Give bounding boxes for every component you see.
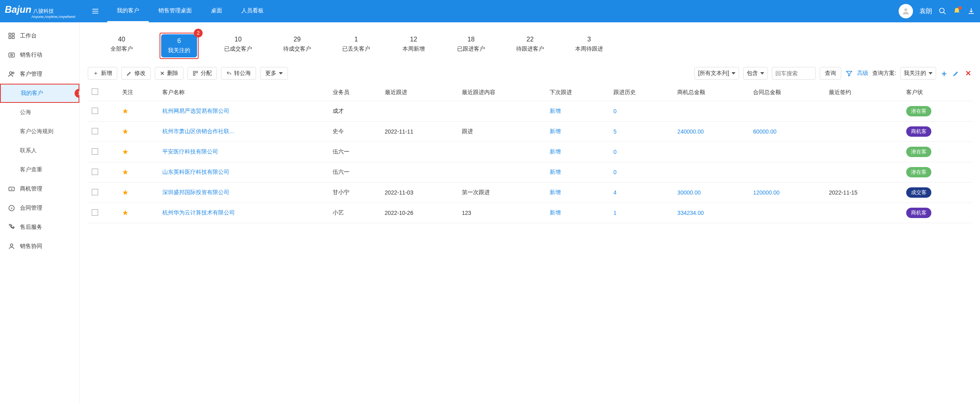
advanced-link[interactable]: 高级 (857, 70, 868, 77)
next-follow-link[interactable]: 新增 (550, 209, 561, 216)
star-icon[interactable]: ★ (122, 148, 128, 156)
star-icon[interactable]: ★ (122, 189, 128, 197)
stat-card[interactable]: 12本周新增 (396, 33, 432, 59)
avatar[interactable] (899, 4, 913, 18)
row-checkbox[interactable] (92, 148, 98, 155)
contract-amount[interactable]: 60000.00 (753, 128, 776, 135)
next-follow-link[interactable]: 新增 (550, 128, 561, 134)
stat-card[interactable]: 6我关注的 (161, 34, 197, 57)
next-follow-link[interactable]: 新增 (550, 169, 561, 175)
star-icon[interactable]: ★ (122, 107, 128, 115)
star-icon[interactable]: ★ (122, 209, 128, 217)
hamburger-icon[interactable] (91, 7, 99, 15)
opp-amount[interactable]: 30000.00 (677, 189, 700, 196)
stat-card[interactable]: 3本周待跟进 (570, 33, 609, 59)
top-tab[interactable]: 销售管理桌面 (149, 0, 201, 22)
sidebar-item[interactable]: 工作台 (0, 26, 79, 45)
column-header[interactable]: 业务员 (329, 84, 381, 101)
opp-amount[interactable]: 334234.00 (677, 210, 704, 216)
sidebar-item[interactable]: 客户管理 (0, 65, 79, 84)
top-tab[interactable]: 桌面 (201, 0, 232, 22)
customer-name-link[interactable]: 山东英科医疗科技有限公司 (162, 169, 229, 175)
column-header[interactable]: 客户名称 (158, 84, 328, 101)
stat-card[interactable]: 40全部客户 (104, 33, 140, 59)
svg-rect-9 (12, 37, 14, 39)
search-icon[interactable] (939, 7, 946, 15)
opp-amount[interactable]: 240000.00 (677, 128, 704, 135)
sidebar-sub-item[interactable]: 客户查重 (0, 160, 79, 179)
column-header[interactable]: 最近跟进内容 (458, 84, 546, 101)
logo-subtext: 八骏科技 (33, 8, 76, 15)
column-header[interactable]: 跟进历史 (609, 84, 673, 101)
star-icon[interactable]: ★ (122, 168, 128, 176)
plan-select[interactable]: 我关注的 (900, 67, 936, 80)
select-all-checkbox[interactable] (92, 88, 98, 95)
add-plan-icon[interactable]: ＋ (940, 69, 948, 77)
stat-card[interactable]: 29待成交客户 (278, 33, 317, 59)
customer-name-link[interactable]: 平安医疗科技有限公司 (162, 148, 218, 155)
column-header[interactable]: 关注 (118, 84, 158, 101)
username[interactable]: 袁朗 (919, 7, 932, 16)
filter-icon[interactable] (845, 69, 853, 77)
star-icon[interactable]: ★ (122, 128, 128, 136)
query-button[interactable]: 查询 (820, 67, 841, 80)
logo[interactable]: Bajun 八骏科技 Anyone,Anytime,Anywhere! (5, 4, 75, 19)
contract-amount[interactable]: 120000.00 (753, 189, 779, 196)
edit-plan-icon[interactable] (952, 69, 960, 77)
download-icon[interactable] (967, 7, 975, 15)
column-header[interactable]: 商机总金额 (673, 84, 749, 101)
customer-name-link[interactable]: 杭州华为云计算技术有限公司 (162, 209, 235, 216)
sidebar-sub-item[interactable]: 我的客户 (0, 84, 79, 103)
top-tab[interactable]: 人员看板 (232, 0, 273, 22)
customer-name-link[interactable]: 杭州市萧山区供销合作社联... (162, 128, 234, 134)
assign-button[interactable]: 分配 (187, 67, 217, 80)
history-count-link[interactable]: 5 (613, 128, 617, 135)
more-button[interactable]: 更多 (260, 67, 288, 80)
stat-card[interactable]: 18已跟进客户 (452, 33, 491, 59)
customer-name-link[interactable]: 杭州网易严选贸易有限公司 (162, 108, 229, 114)
history-count-link[interactable]: 0 (613, 108, 617, 114)
row-checkbox[interactable] (92, 209, 98, 216)
next-follow-link[interactable]: 新增 (550, 148, 561, 155)
top-tab[interactable]: 我的客户 (107, 0, 149, 22)
svg-point-11 (11, 54, 13, 56)
next-follow-link[interactable]: 新增 (550, 189, 561, 195)
sidebar-item[interactable]: 销售协同 (0, 237, 79, 256)
row-checkbox[interactable] (92, 169, 98, 175)
sidebar-item[interactable]: 售后服务 (0, 218, 79, 237)
sidebar-sub-item[interactable]: 联系人 (0, 141, 79, 160)
edit-button[interactable]: 修改 (121, 67, 151, 80)
sidebar-item[interactable]: ¥商机管理 (0, 179, 79, 199)
row-checkbox[interactable] (92, 108, 98, 114)
stat-card[interactable]: 1已丢失客户 (337, 33, 376, 59)
svg-point-12 (10, 72, 12, 74)
row-checkbox[interactable] (92, 128, 98, 134)
history-count-link[interactable]: 0 (613, 169, 617, 175)
bell-icon[interactable] (953, 7, 961, 15)
search-input[interactable] (772, 67, 816, 80)
column-header[interactable]: 最近签约 (825, 84, 902, 101)
delete-button[interactable]: ✕删除 (155, 67, 183, 80)
stat-card[interactable]: 22待跟进客户 (511, 33, 550, 59)
row-checkbox[interactable] (92, 189, 98, 195)
to-sea-button[interactable]: 转公海 (221, 67, 256, 80)
column-header[interactable]: 客户状 (902, 84, 972, 101)
sidebar-item[interactable]: 销售行动 (0, 45, 79, 65)
add-button[interactable]: ＋新增 (88, 67, 117, 80)
stat-card[interactable]: 10已成交客户 (219, 33, 258, 59)
history-count-link[interactable]: 4 (613, 189, 617, 196)
delete-plan-icon[interactable]: ✕ (964, 69, 972, 77)
sidebar-sub-item[interactable]: 公海 (0, 103, 79, 122)
column-header[interactable]: 合同总金额 (749, 84, 825, 101)
column-header[interactable]: 下次跟进 (546, 84, 609, 101)
next-follow-link[interactable]: 新增 (550, 108, 561, 114)
history-count-link[interactable]: 0 (613, 149, 617, 155)
customer-name-link[interactable]: 深圳盛邦国际投资有限公司 (162, 189, 229, 195)
logo-tagline: Anyone,Anytime,Anywhere! (32, 15, 76, 19)
sidebar-item[interactable]: ¥合同管理 (0, 199, 79, 218)
filter-op-select[interactable]: 包含 (743, 67, 768, 80)
sidebar-sub-item[interactable]: 客户公海规则 (0, 122, 79, 141)
column-header[interactable]: 最近跟进 (381, 84, 458, 101)
history-count-link[interactable]: 1 (613, 210, 617, 216)
filter-column-select[interactable]: [所有文本列] (694, 67, 739, 80)
